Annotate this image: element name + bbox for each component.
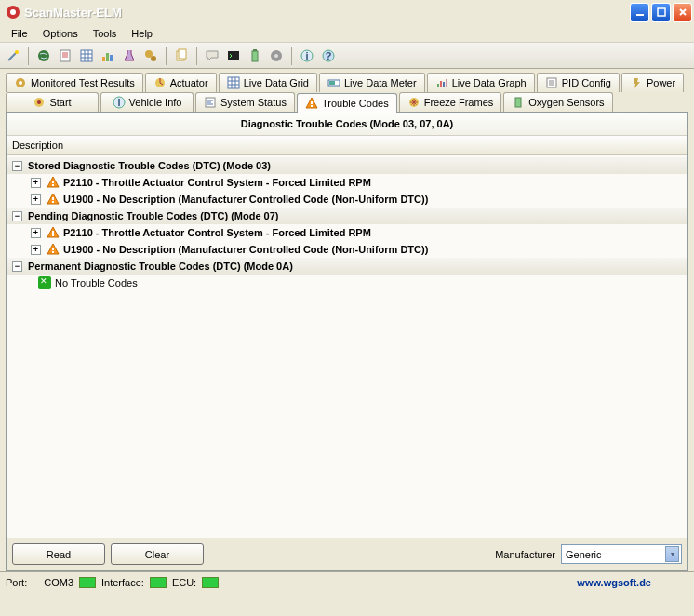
tab-vehicle-info[interactable]: iVehicle Info (100, 92, 194, 112)
collapse-icon[interactable]: − (12, 161, 22, 171)
svg-rect-10 (110, 55, 113, 61)
toolbar-flask-icon[interactable] (120, 47, 139, 65)
toolbar-separator (28, 47, 29, 65)
svg-rect-45 (52, 184, 54, 186)
manufacturer-label: Manufacturer (495, 549, 555, 560)
info-icon: i (113, 96, 126, 109)
menu-file[interactable]: File (4, 26, 35, 41)
collapse-icon[interactable]: − (12, 261, 22, 272)
dtc-tree[interactable]: −Stored Diagnostic Trouble Codes (DTC) (… (7, 155, 687, 538)
tree-dtc-item[interactable]: +P2110 - Throttle Actuator Control Syste… (7, 224, 687, 241)
svg-rect-31 (440, 81, 442, 87)
svg-point-5 (38, 50, 49, 61)
close-button[interactable] (673, 3, 692, 22)
read-button[interactable]: Read (12, 543, 105, 565)
svg-rect-44 (52, 181, 54, 183)
minimize-button[interactable] (630, 3, 649, 22)
warn-icon (305, 97, 318, 110)
toolbar-wand-icon[interactable] (4, 47, 22, 65)
svg-rect-48 (52, 231, 54, 234)
svg-point-36 (37, 100, 41, 104)
collapse-icon[interactable]: − (12, 211, 22, 221)
svg-rect-17 (253, 49, 257, 51)
warning-icon (47, 193, 60, 206)
expand-icon[interactable]: + (31, 228, 41, 238)
svg-rect-30 (437, 84, 439, 87)
tab-label: Freeze Frames (424, 97, 494, 108)
svg-rect-7 (81, 50, 92, 61)
toolbar-doc-icon[interactable] (56, 47, 74, 65)
toolbar-copy-icon[interactable] (172, 47, 191, 65)
tab-label: Live Data Meter (344, 77, 417, 88)
svg-rect-32 (443, 82, 445, 87)
svg-rect-46 (52, 197, 54, 200)
warning-icon (47, 176, 60, 189)
svg-rect-33 (446, 79, 447, 87)
toolbar-help-icon[interactable]: ? (319, 47, 338, 65)
menu-options[interactable]: Options (35, 26, 86, 41)
tab-label: System Status (220, 97, 287, 108)
toolbar-grid-icon[interactable] (77, 47, 96, 65)
power-icon (630, 76, 643, 89)
expand-icon[interactable]: + (31, 245, 41, 255)
oxygen-icon (512, 96, 525, 109)
tab-live-data-meter[interactable]: Live Data Meter (319, 73, 425, 92)
chevron-down-icon: ▾ (665, 546, 679, 562)
menu-help[interactable]: Help (124, 26, 160, 41)
tab-oxygen-sensors[interactable]: Oxygen Sensors (503, 92, 612, 112)
toolbar-terminal-icon[interactable] (224, 47, 243, 65)
tab-label: Actuator (170, 77, 208, 88)
tree-group[interactable]: −Permanent Diagnostic Trouble Codes (DTC… (7, 258, 687, 275)
toolbar-chat-icon[interactable] (203, 47, 221, 65)
expand-icon[interactable]: + (31, 194, 41, 205)
toolbar-gears-icon[interactable] (141, 47, 160, 65)
svg-rect-6 (60, 50, 70, 61)
tree-dtc-item[interactable]: +U1900 - No Description (Manufacturer Co… (7, 191, 687, 208)
toolbar-disc-icon[interactable] (267, 47, 286, 65)
toolbar-battery-icon[interactable] (246, 47, 264, 65)
svg-rect-40 (311, 101, 313, 104)
svg-rect-47 (52, 201, 54, 203)
svg-rect-49 (52, 234, 54, 236)
tab-power[interactable]: Power (621, 73, 684, 92)
toolbar-globe-icon[interactable] (34, 47, 53, 65)
menu-tools[interactable]: Tools (86, 26, 125, 41)
tab-monitored-test-results[interactable]: Monitored Test Results (6, 73, 143, 92)
tab-actuator[interactable]: Actuator (145, 73, 217, 92)
tab-pid-config[interactable]: PID Config (537, 73, 620, 92)
svg-rect-27 (228, 77, 239, 88)
svg-rect-2 (636, 14, 644, 16)
svg-point-1 (10, 9, 16, 15)
start-icon (33, 96, 46, 109)
tab-label: Start (49, 97, 71, 108)
item-label: P2110 - Throttle Actuator Control System… (63, 227, 371, 238)
tree-dtc-item[interactable]: +U1900 - No Description (Manufacturer Co… (7, 241, 687, 258)
tree-group[interactable]: −Stored Diagnostic Trouble Codes (DTC) (… (7, 157, 687, 174)
svg-rect-16 (252, 51, 258, 61)
manufacturer-select[interactable]: Generic ▾ (561, 544, 682, 564)
status-interface-label: Interface: (101, 577, 144, 588)
tree-leaf[interactable]: No Trouble Codes (7, 275, 687, 291)
tab-live-data-grid[interactable]: Live Data Grid (219, 73, 317, 92)
freeze-icon (407, 96, 420, 109)
tab-trouble-codes[interactable]: Trouble Codes (297, 93, 397, 113)
maximize-button[interactable] (651, 3, 671, 22)
svg-text:i: i (117, 97, 120, 108)
toolbar-info-icon[interactable]: i (298, 47, 316, 65)
ok-icon (38, 276, 51, 289)
expand-icon[interactable]: + (31, 178, 41, 188)
tab-live-data-graph[interactable]: Live Data Graph (427, 73, 535, 92)
status-port-value: COM3 (44, 577, 73, 588)
tab-start[interactable]: Start (6, 92, 99, 112)
toolbar-chart-icon[interactable] (99, 47, 117, 65)
tab-freeze-frames[interactable]: Freeze Frames (399, 92, 502, 112)
tree-group[interactable]: −Pending Diagnostic Trouble Codes (DTC) … (7, 208, 687, 224)
tree-dtc-item[interactable]: +P2110 - Throttle Actuator Control Syste… (7, 174, 687, 191)
tab-system-status[interactable]: System Status (195, 92, 295, 112)
warning-icon (47, 226, 60, 239)
status-url[interactable]: www.wgsoft.de (577, 577, 651, 588)
title-bar: ScanMaster-ELM (0, 0, 694, 24)
column-header-description[interactable]: Description (7, 136, 687, 155)
svg-rect-9 (106, 53, 109, 61)
clear-button[interactable]: Clear (111, 543, 204, 565)
